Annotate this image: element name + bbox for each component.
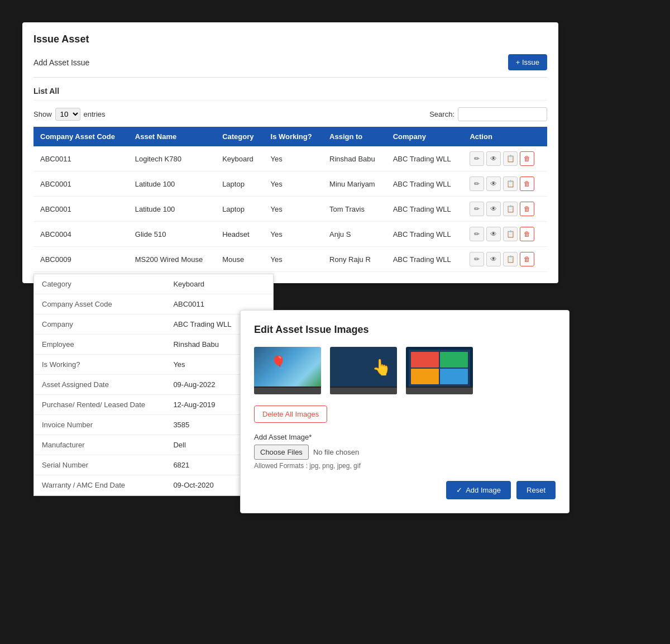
view-button[interactable]: 👁 bbox=[486, 227, 501, 241]
detail-row: Warranty / AMC End Date 09-Oct-2020 bbox=[34, 475, 273, 495]
action-icons: ✏ 👁 📋 🗑 bbox=[470, 151, 540, 166]
detail-row: Asset Assigned Date 09-Aug-2022 bbox=[34, 375, 273, 395]
detail-row: Employee Rinshad Babu bbox=[34, 335, 273, 355]
detail-label: Purchase/ Rented/ Leased Date bbox=[34, 395, 165, 415]
delete-button[interactable]: 🗑 bbox=[520, 227, 534, 241]
file-input-row: Choose Files No file chosen bbox=[254, 445, 556, 460]
cell-code: ABC0001 bbox=[34, 171, 128, 197]
add-image-button-label: Add Image bbox=[466, 486, 501, 494]
cell-category: Keyboard bbox=[216, 146, 264, 171]
show-entries: Show 10 25 50 entries bbox=[34, 108, 106, 121]
detail-label: Warranty / AMC End Date bbox=[34, 475, 165, 495]
add-issue-bar: Add Asset Issue + Issue bbox=[34, 54, 547, 78]
cell-category: Headset bbox=[216, 222, 264, 247]
detail-label: Category bbox=[34, 274, 165, 294]
cell-name: MS200 Wired Mouse bbox=[128, 247, 216, 272]
cell-company: ABC Trading WLL bbox=[386, 197, 463, 222]
edit-images-footer: ✓ Add Image Reset bbox=[254, 481, 556, 499]
detail-card: Category Keyboard Company Asset Code ABC… bbox=[34, 274, 274, 496]
add-image-button[interactable]: ✓ Add Image bbox=[446, 481, 511, 499]
copy-button[interactable]: 📋 bbox=[503, 176, 518, 191]
edit-button[interactable]: ✏ bbox=[470, 227, 484, 241]
cell-code: ABC0004 bbox=[34, 222, 128, 247]
cell-assign: Tom Travis bbox=[323, 197, 386, 222]
detail-row: Company Asset Code ABC0011 bbox=[34, 294, 273, 314]
detail-label: Manufacturer bbox=[34, 435, 165, 455]
thumbnail-3 bbox=[406, 347, 473, 394]
entries-select[interactable]: 10 25 50 bbox=[55, 108, 80, 121]
detail-label: Is Working? bbox=[34, 355, 165, 375]
detail-row: Category Keyboard bbox=[34, 274, 273, 294]
checkmark-icon: ✓ bbox=[456, 486, 462, 494]
delete-button[interactable]: 🗑 bbox=[520, 252, 534, 266]
action-icons: ✏ 👁 📋 🗑 bbox=[470, 176, 540, 191]
view-button[interactable]: 👁 bbox=[486, 176, 501, 191]
view-button[interactable]: 👁 bbox=[486, 202, 501, 216]
cell-company: ABC Trading WLL bbox=[386, 247, 463, 272]
col-header-working: Is Working? bbox=[264, 127, 323, 146]
edit-button[interactable]: ✏ bbox=[470, 151, 484, 166]
main-card: Issue Asset Add Asset Issue + Issue List… bbox=[22, 22, 558, 283]
cell-name: Logitech K780 bbox=[128, 146, 216, 171]
detail-row: Company ABC Trading WLL bbox=[34, 314, 273, 335]
view-button[interactable]: 👁 bbox=[486, 151, 501, 166]
cell-action: ✏ 👁 📋 🗑 bbox=[463, 247, 547, 272]
search-input[interactable] bbox=[458, 107, 547, 121]
list-all-title: List All bbox=[34, 87, 547, 101]
cell-name: Latitude 100 bbox=[128, 171, 216, 197]
detail-value: Keyboard bbox=[165, 274, 273, 294]
col-header-name: Asset Name bbox=[128, 127, 216, 146]
tile-4 bbox=[440, 369, 468, 384]
action-icons: ✏ 👁 📋 🗑 bbox=[470, 227, 540, 241]
edit-button[interactable]: ✏ bbox=[470, 202, 484, 216]
copy-button[interactable]: 📋 bbox=[503, 151, 518, 166]
cell-assign: Anju S bbox=[323, 222, 386, 247]
page-title: Issue Asset bbox=[34, 34, 547, 45]
choose-files-button[interactable]: Choose Files bbox=[254, 445, 309, 460]
cell-category: Mouse bbox=[216, 247, 264, 272]
edit-button[interactable]: ✏ bbox=[470, 176, 484, 191]
copy-button[interactable]: 📋 bbox=[503, 202, 518, 216]
cell-working: Yes bbox=[264, 247, 323, 272]
delete-all-button[interactable]: Delete All Images bbox=[254, 406, 327, 423]
cell-working: Yes bbox=[264, 197, 323, 222]
cell-working: Yes bbox=[264, 222, 323, 247]
col-header-category: Category bbox=[216, 127, 264, 146]
cell-working: Yes bbox=[264, 146, 323, 171]
cell-action: ✏ 👁 📋 🗑 bbox=[463, 222, 547, 247]
delete-button[interactable]: 🗑 bbox=[520, 151, 534, 166]
cell-code: ABC0009 bbox=[34, 247, 128, 272]
detail-row: Invoice Number 3585 bbox=[34, 415, 273, 435]
cell-company: ABC Trading WLL bbox=[386, 146, 463, 171]
cell-assign: Minu Mariyam bbox=[323, 171, 386, 197]
cell-assign: Rony Raju R bbox=[323, 247, 386, 272]
detail-row: Serial Number 6821 bbox=[34, 455, 273, 475]
view-button[interactable]: 👁 bbox=[486, 252, 501, 266]
add-image-label: Add Asset Image* bbox=[254, 433, 556, 441]
table-controls: Show 10 25 50 entries Search: bbox=[34, 107, 547, 121]
show-label: Show bbox=[34, 110, 52, 118]
tile-3 bbox=[411, 369, 439, 384]
delete-button[interactable]: 🗑 bbox=[520, 176, 534, 191]
thumbnail-1 bbox=[254, 347, 321, 394]
tile-2 bbox=[440, 352, 468, 368]
copy-button[interactable]: 📋 bbox=[503, 252, 518, 266]
col-header-code: Company Asset Code bbox=[34, 127, 128, 146]
cell-action: ✏ 👁 📋 🗑 bbox=[463, 171, 547, 197]
delete-button[interactable]: 🗑 bbox=[520, 202, 534, 216]
cell-category: Laptop bbox=[216, 171, 264, 197]
table-row: ABC0001 Latitude 100 Laptop Yes Minu Mar… bbox=[34, 171, 547, 197]
copy-button[interactable]: 📋 bbox=[503, 227, 518, 241]
thumbnail-2 bbox=[330, 347, 397, 394]
detail-row: Is Working? Yes bbox=[34, 355, 273, 375]
action-icons: ✏ 👁 📋 🗑 bbox=[470, 252, 540, 266]
edit-button[interactable]: ✏ bbox=[470, 252, 484, 266]
reset-button[interactable]: Reset bbox=[516, 481, 556, 499]
col-header-assign: Assign to bbox=[323, 127, 386, 146]
detail-label: Asset Assigned Date bbox=[34, 375, 165, 395]
detail-row: Manufacturer Dell bbox=[34, 435, 273, 455]
detail-label: Company bbox=[34, 314, 165, 335]
cell-action: ✏ 👁 📋 🗑 bbox=[463, 146, 547, 171]
no-file-text: No file chosen bbox=[313, 448, 359, 456]
issue-button[interactable]: + Issue bbox=[508, 54, 547, 70]
